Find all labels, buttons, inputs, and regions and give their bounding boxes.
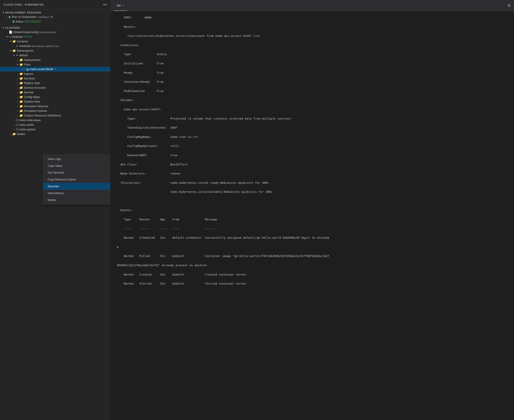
get-terminal-menu-item[interactable]: Get Terminal <box>43 169 110 176</box>
chevron-down-icon: ▾ <box>2 26 5 29</box>
minikube-context-item[interactable]: ✦ minikube Namespace: default, Use: <box>0 44 110 48</box>
run-on-k8s-label: Run on Kubernetes <box>12 15 37 19</box>
close-tab-button[interactable]: × <box>122 4 124 7</box>
pods-item[interactable]: ▾ 📁 Pods <box>0 62 110 67</box>
chevron-down-icon: ▾ <box>9 40 12 43</box>
default-kubeconfig-item[interactable]: 📄 Default KubeConfig /home/ecbrown/ <box>0 30 110 34</box>
sidebar-header: CLOUD CODE - KUBERNETES ••• <box>0 0 110 9</box>
copy-resource-name-menu-item[interactable]: Copy Resource Name <box>43 176 110 183</box>
contexts-label: Contexts <box>17 40 28 43</box>
deployments-item[interactable]: › 📁 Deployments <box>0 58 110 62</box>
minikube-ctx-label: minikube Namespace: default, Use: <box>19 44 59 48</box>
chevron-right-icon: › <box>16 110 19 112</box>
contexts-item[interactable]: ▾ 📁 Contexts <box>0 39 110 44</box>
chevron-down-icon: ▾ <box>16 63 19 66</box>
kube-node-lease-item[interactable]: › ☐ kube-node-lease <box>0 118 110 122</box>
nodes-label: Nodes <box>17 132 25 136</box>
clusters-section: ▾ CLUSTERS 📄 Default KubeConfig /home/ec… <box>0 25 110 137</box>
describe-menu-item[interactable]: Describe <box>43 183 110 190</box>
namespaces-label: Namespaces <box>17 49 34 52</box>
crd-item[interactable]: › 📁 Custom Resource Definitions <box>0 113 110 118</box>
default-kubeconfig-label: Default KubeConfig /home/ecbrown/ <box>13 30 56 34</box>
ctx-namespace: Namespace: default, Use: <box>31 45 60 47</box>
secrets-item[interactable]: › 📁 Secrets <box>0 90 110 95</box>
default-ns-label: default <box>19 54 28 57</box>
kubeconfig-path: /home/ecbrown/ <box>39 31 56 34</box>
run-on-kubernetes-item[interactable]: › ▶ Run on Kubernetes watching f ⚙ <box>0 15 110 19</box>
folder-icon: 📁 <box>19 91 23 94</box>
stateful-sets-item[interactable]: › 📁 Stateful Sets <box>0 99 110 104</box>
view-logs-menu-item[interactable]: View Logs <box>43 156 110 162</box>
delete-menu-item[interactable]: Delete <box>43 196 110 203</box>
chevron-right-icon: › <box>16 59 19 61</box>
kube-public-item[interactable]: › ☐ kube-public <box>0 122 110 127</box>
chevron-right-icon: › <box>19 68 23 71</box>
folder-icon: 📁 <box>19 105 23 108</box>
persistent-volumes-item[interactable]: › 📁 Persistent Volumes <box>0 104 110 109</box>
terminal-tab-bar: ion × ⊞ <box>110 0 514 11</box>
chevron-down-icon: ▾ <box>12 54 16 57</box>
chevron-right-icon: › <box>12 124 16 126</box>
chevron-right-icon: › <box>9 133 12 135</box>
gear-icon[interactable]: ⚙ <box>50 15 53 19</box>
ns-icon: ☐ <box>16 119 19 122</box>
sidebar: CLOUD CODE - KUBERNETES ••• ▾ DEVELOPMEN… <box>0 0 110 420</box>
status-green-badge <box>12 21 15 23</box>
folder-icon: 📁 <box>19 86 23 89</box>
chevron-right-icon: › <box>16 91 19 94</box>
active-badge: ACTIVE <box>24 36 32 38</box>
terminal-tab[interactable]: ion × <box>114 0 127 11</box>
star-ns-icon: ✦ <box>16 54 18 57</box>
service-accounts-item[interactable]: › 📁 Service Accounts <box>0 85 110 90</box>
chevron-right-icon: › <box>16 105 19 108</box>
ns-icon: ☐ <box>16 128 19 131</box>
chevron-right-icon: › <box>12 128 16 131</box>
clusters-label: CLUSTERS <box>5 26 20 29</box>
terminal-body: PORT: 8080 Mounts: /var/run/secrets/kube… <box>110 11 514 420</box>
kube-system-item[interactable]: › ☐ kube-system <box>0 127 110 132</box>
folder-icon: 📁 <box>19 109 23 112</box>
main-content: ion × ⊞ PORT: 8080 Mounts: /var/run/secr… <box>110 0 514 420</box>
copy-value-menu-item[interactable]: Copy Value <box>43 162 110 169</box>
ingress-item[interactable]: › 📁 Ingress <box>0 71 110 76</box>
persistent-volume2-item[interactable]: › 📁 Persistent Volume <box>0 109 110 113</box>
nodes-item[interactable]: › 📁 Nodes <box>0 132 110 136</box>
chevron-right-icon: › <box>5 16 9 18</box>
persistent-volume2-label: Persistent Volume <box>24 109 47 112</box>
chevron-down-icon: ▾ <box>9 49 12 52</box>
kube-node-lease-label: kube-node-lease <box>19 119 41 122</box>
terminal-actions: ⊞ <box>508 3 510 8</box>
chevron-down-icon: ▾ <box>2 11 5 14</box>
pod-item[interactable]: › ⬡ go-hello-world-56646 ✎ <box>0 67 110 71</box>
config-maps-label: Config Maps <box>24 95 40 99</box>
folder-icon: 📁 <box>19 72 23 75</box>
ingress-label: Ingress <box>24 72 33 75</box>
ns-icon: ☐ <box>16 123 19 126</box>
default-ns-item[interactable]: ▾ ✦ default <box>0 53 110 58</box>
clusters-collapse[interactable]: ▾ CLUSTERS <box>0 26 110 30</box>
chevron-right-icon: › <box>16 96 19 98</box>
config-maps-item[interactable]: › 📁 Config Maps <box>0 95 110 99</box>
replica-sets-label: Replica Sets <box>24 81 40 85</box>
replica-sets-item[interactable]: › 📁 Replica Sets <box>0 81 110 85</box>
folder-icon: 📁 <box>19 114 23 117</box>
split-terminal-button[interactable]: ⊞ <box>508 3 510 8</box>
file-icon: 📄 <box>9 30 12 34</box>
services-item[interactable]: › 📁 Services <box>0 76 110 81</box>
dev-sessions-label: DEVELOPMENT SESSIONS <box>5 11 41 14</box>
persistent-volumes-label: Persistent Volumes <box>24 105 48 108</box>
minikube-item[interactable]: ▾ ⎈ minikube ACTIVE <box>0 34 110 39</box>
view-metrics-menu-item[interactable]: View Metrics <box>43 190 110 196</box>
namespaces-item[interactable]: ▾ 📁 Namespaces <box>0 48 110 53</box>
folder-icon: 📁 <box>12 49 16 52</box>
kube-public-label: kube-public <box>19 123 34 126</box>
sidebar-title: CLOUD CODE - KUBERNETES <box>4 3 44 6</box>
more-icon[interactable]: ••• <box>103 3 107 7</box>
chevron-down-icon: ▾ <box>5 35 9 38</box>
status-item: Status SUCCEEDED <box>0 19 110 24</box>
pod-icon: ⬡ <box>23 68 25 71</box>
chevron-right-icon: › <box>16 86 19 89</box>
terminal-content: PORT: 8080 Mounts: /var/run/secrets/kube… <box>117 15 507 291</box>
dev-sessions-collapse[interactable]: ▾ DEVELOPMENT SESSIONS <box>0 10 110 15</box>
k8s-icon: ⎈ <box>9 35 11 38</box>
